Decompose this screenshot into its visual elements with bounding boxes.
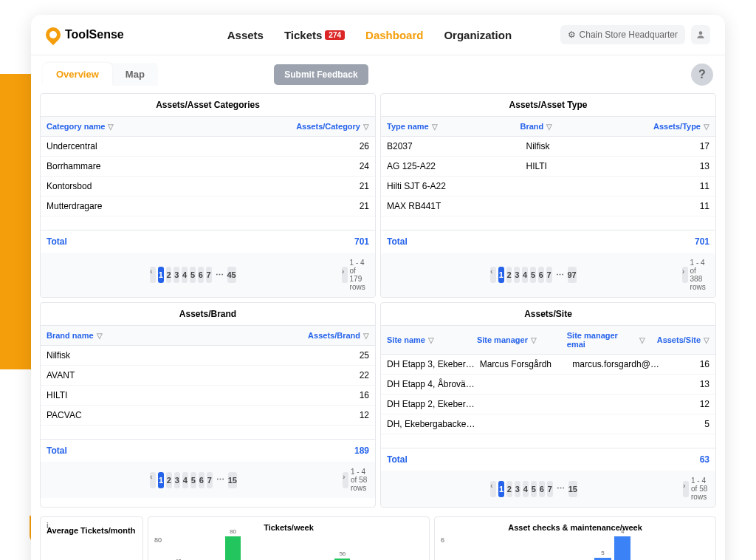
- filter-icon[interactable]: ▽: [704, 336, 709, 344]
- page-1[interactable]: 1: [498, 267, 504, 283]
- page-3[interactable]: 3: [174, 472, 180, 488]
- col-2[interactable]: Assets/Type ▽: [647, 117, 715, 136]
- page-6[interactable]: 6: [198, 267, 204, 283]
- page-prev[interactable]: ‹: [490, 481, 496, 497]
- page-2[interactable]: 2: [166, 472, 172, 488]
- col-1[interactable]: Brand ▽: [515, 117, 648, 136]
- page-6[interactable]: 6: [199, 472, 205, 488]
- page-4[interactable]: 4: [182, 267, 188, 283]
- chart-title: Tickets/week: [154, 523, 423, 532]
- cell: 16: [325, 390, 369, 400]
- page-ellipsis: ⋯: [214, 270, 225, 280]
- page-next[interactable]: ›: [683, 481, 689, 497]
- table-row[interactable]: DH Etapp 2, Ekeber…12: [381, 395, 715, 414]
- filter-icon[interactable]: ▽: [432, 123, 438, 131]
- page-last[interactable]: 15: [568, 481, 577, 497]
- filter-icon[interactable]: ▽: [546, 123, 552, 131]
- page-6[interactable]: 6: [539, 481, 545, 497]
- filter-icon[interactable]: ▽: [639, 336, 645, 344]
- page-next[interactable]: ›: [682, 267, 688, 283]
- col-2[interactable]: Site manager emai ▽: [561, 326, 651, 354]
- page-7[interactable]: 7: [206, 267, 212, 283]
- table-row[interactable]: AVANT22: [41, 366, 375, 386]
- page-2[interactable]: 2: [506, 481, 512, 497]
- col-0[interactable]: Category name ▽: [41, 117, 290, 136]
- page-last[interactable]: 97: [568, 267, 577, 283]
- cell: Marcus Forsgårdh: [480, 359, 573, 369]
- page-4[interactable]: 4: [182, 472, 188, 488]
- page-prev[interactable]: ‹: [150, 267, 156, 283]
- page-4[interactable]: 4: [523, 481, 529, 497]
- filter-icon[interactable]: ▽: [363, 332, 369, 340]
- col-0[interactable]: Type name ▽: [381, 117, 515, 136]
- col-3[interactable]: Assets/Site ▽: [651, 326, 715, 354]
- nav-dashboard[interactable]: Dashboard: [365, 29, 423, 41]
- filter-icon[interactable]: ▽: [428, 336, 434, 344]
- nav-organization[interactable]: Organization: [444, 29, 512, 41]
- filter-icon[interactable]: ▽: [363, 123, 369, 131]
- row-info: 1 - 4 of 58 rows: [351, 468, 369, 492]
- page-next[interactable]: ›: [343, 472, 348, 488]
- page-last[interactable]: 15: [228, 472, 237, 488]
- org-selector[interactable]: ⚙ Chain Store Headquarter: [560, 25, 685, 44]
- page-prev[interactable]: ‹: [150, 472, 156, 488]
- table-row[interactable]: Nilfisk25: [41, 346, 375, 366]
- page-5[interactable]: 5: [531, 481, 537, 497]
- filter-icon[interactable]: ▽: [704, 123, 709, 131]
- page-7[interactable]: 7: [546, 267, 552, 283]
- help-button[interactable]: ?: [691, 64, 713, 86]
- table-row[interactable]: AG 125-A22HILTI13: [381, 157, 715, 177]
- col-1[interactable]: Assets/Brand ▽: [302, 326, 375, 345]
- panel-brand: Assets/BrandBrand name ▽Assets/Brand ▽Ni…: [40, 302, 376, 508]
- info-icon[interactable]: i: [47, 522, 49, 530]
- nav-assets[interactable]: Assets: [227, 29, 264, 41]
- user-menu[interactable]: [691, 25, 710, 44]
- nav-tickets[interactable]: Tickets 274: [284, 29, 345, 41]
- page-5[interactable]: 5: [190, 267, 196, 283]
- submit-feedback-button[interactable]: Submit Feedback: [274, 64, 368, 85]
- col-0[interactable]: Brand name ▽: [41, 326, 302, 345]
- table-row[interactable]: Undercentral26: [41, 137, 375, 157]
- filter-icon[interactable]: ▽: [108, 123, 114, 131]
- row-info: 1 - 4 of 388 rows: [690, 259, 709, 291]
- filter-icon[interactable]: ▽: [531, 336, 537, 344]
- table-row[interactable]: Mutterdragare21: [41, 197, 375, 216]
- page-2[interactable]: 2: [166, 267, 172, 283]
- page-5[interactable]: 5: [530, 267, 536, 283]
- tab-overview[interactable]: Overview: [43, 63, 112, 86]
- page-4[interactable]: 4: [522, 267, 528, 283]
- table-row[interactable]: DH Etapp 4, Åbrovä…13: [381, 375, 715, 395]
- page-1[interactable]: 1: [158, 472, 164, 488]
- page-3[interactable]: 3: [515, 481, 520, 497]
- col-1[interactable]: Site manager ▽: [471, 326, 561, 354]
- col-1[interactable]: Assets/Category ▽: [290, 117, 375, 136]
- page-7[interactable]: 7: [547, 481, 553, 497]
- page-1[interactable]: 1: [498, 481, 504, 497]
- tab-map[interactable]: Map: [112, 63, 158, 86]
- page-2[interactable]: 2: [506, 267, 512, 283]
- page-3[interactable]: 3: [173, 267, 179, 283]
- page-7[interactable]: 7: [207, 472, 213, 488]
- table-row[interactable]: DH, Ekebergabacke…5: [381, 414, 715, 434]
- page-5[interactable]: 5: [190, 472, 196, 488]
- table-row[interactable]: PACVAC12: [41, 406, 375, 426]
- page-1[interactable]: 1: [158, 267, 164, 283]
- page-prev[interactable]: ‹: [490, 267, 496, 283]
- table-row[interactable]: MAX RB441T11: [381, 197, 715, 216]
- table-row[interactable]: Kontorsbod21: [41, 177, 375, 197]
- user-icon: [695, 30, 706, 40]
- page-6[interactable]: 6: [538, 267, 544, 283]
- table-row[interactable]: DH Etapp 3, Ekeber…Marcus Forsgårdhmarcu…: [381, 355, 715, 375]
- nav-tickets-label: Tickets: [284, 29, 322, 41]
- table-row[interactable]: HILTI16: [41, 386, 375, 406]
- table-row[interactable]: Hilti SJT 6-A2211: [381, 177, 715, 197]
- table-row[interactable]: B2037Nilfisk17: [381, 137, 715, 157]
- col-0[interactable]: Site name ▽: [381, 326, 471, 354]
- page-next[interactable]: ›: [342, 267, 348, 283]
- page-last[interactable]: 45: [227, 267, 236, 283]
- filter-icon[interactable]: ▽: [97, 332, 103, 340]
- logo: ToolSense: [46, 27, 124, 42]
- panel-title: Assets/Brand: [41, 303, 375, 326]
- page-3[interactable]: 3: [514, 267, 520, 283]
- table-row[interactable]: Borrhammare24: [41, 157, 375, 177]
